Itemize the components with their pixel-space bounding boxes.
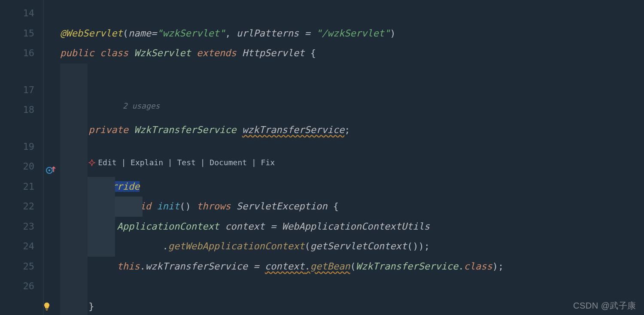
code-area[interactable]: @WebServlet(name="wzkServlet", urlPatter… <box>43 0 644 315</box>
code-line[interactable]: } <box>60 257 644 277</box>
line-number: 26 <box>0 276 43 297</box>
line-number: 20 <box>0 157 43 177</box>
code-line[interactable]: this.wzkTransferService = context.getBea… <box>60 217 644 237</box>
code-line[interactable] <box>60 276 644 297</box>
line-number: 15 <box>0 24 43 44</box>
line-number <box>0 120 43 137</box>
line-number: 19 <box>0 137 43 157</box>
usages-inlay[interactable]: 2 usages <box>60 64 644 80</box>
line-number: 21 <box>0 177 43 197</box>
code-line[interactable]: public class WzkServlet extends HttpServ… <box>60 24 644 44</box>
code-editor[interactable]: 14 15 16 17 18 19 20 21 22 23 24 25 26 2… <box>0 0 644 315</box>
code-line[interactable]: @Override <box>60 313 644 315</box>
code-line[interactable]: @Override <box>60 137 644 157</box>
gutter: 14 15 16 17 18 19 20 21 22 23 24 25 26 2… <box>0 0 43 315</box>
code-line[interactable]: private WzkTransferService wzkTransferSe… <box>60 80 644 100</box>
ai-actions-inlay[interactable]: Edit | Explain | Test | Document | Fix <box>60 297 644 313</box>
line-number <box>0 64 43 80</box>
code-line[interactable]: ApplicationContext context = WebApplicat… <box>60 177 644 197</box>
line-number: 16 <box>0 43 43 64</box>
line-number: 23 <box>0 217 43 237</box>
watermark: CSDN @武子康 <box>573 300 636 312</box>
line-number: 17 <box>0 80 43 100</box>
code-line[interactable]: public void init() throws ServletExcepti… <box>60 157 644 177</box>
ai-actions-inlay[interactable]: Edit | Explain | Test | Document | Fix <box>60 120 644 137</box>
line-number: 18 <box>0 100 43 120</box>
line-number: 22 <box>0 197 43 217</box>
code-line[interactable]: .getWebApplicationContext(getServletCont… <box>60 197 644 217</box>
line-number: 27 <box>0 313 43 315</box>
code-line[interactable]: @WebServlet(name="wzkServlet", urlPatter… <box>60 3 644 24</box>
code-line[interactable] <box>60 100 644 120</box>
code-line[interactable] <box>60 236 644 257</box>
line-number: 24 <box>0 236 43 257</box>
line-number: 14 <box>0 3 43 24</box>
line-number: 25 <box>0 257 43 277</box>
line-number <box>0 297 43 313</box>
code-line[interactable] <box>60 43 644 64</box>
